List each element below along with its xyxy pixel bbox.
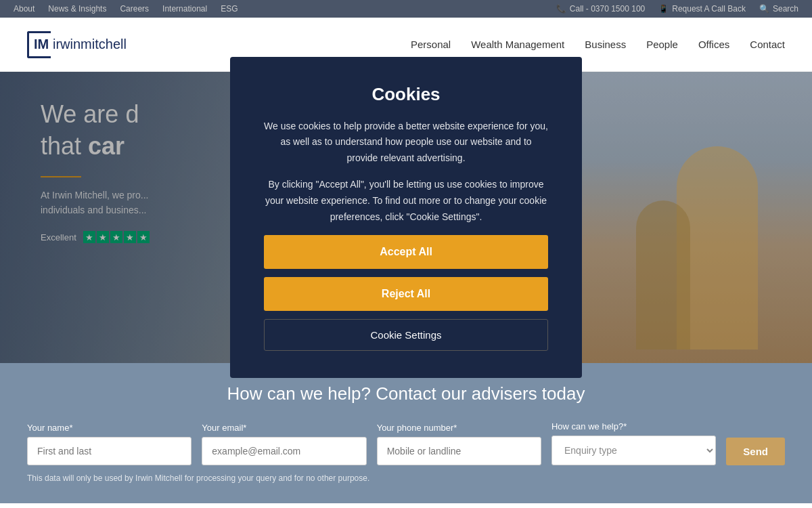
cookie-title: Cookies [264,84,548,105]
modal-overlay: Cookies We use cookies to help provide a… [0,72,812,363]
logo-bracket: IM [27,31,51,58]
search-icon: 🔍 [759,4,769,14]
name-field-group: Your name* [27,423,191,465]
reject-all-button[interactable]: Reject All [264,277,548,311]
enquiry-select[interactable]: Enquiry type [551,436,716,465]
email-label: Your email* [202,423,366,433]
contact-title: How can we help? Contact our advisers to… [27,383,785,404]
international-link[interactable]: International [162,4,207,14]
cookie-settings-button[interactable]: Cookie Settings [264,319,548,351]
contact-section: How can we help? Contact our advisers to… [0,363,812,503]
careers-link[interactable]: Careers [120,4,149,14]
enquiry-field-group: How can we help?* Enquiry type [551,421,716,465]
main-nav: Personal Wealth Management Business Peop… [411,39,785,50]
cookie-desc-1: We use cookies to help provide a better … [264,119,548,167]
search-action[interactable]: 🔍 Search [759,4,798,14]
logo-im: IM [34,37,49,52]
phone-label: Your phone number* [377,423,541,433]
name-input[interactable] [27,437,191,465]
about-link[interactable]: About [14,4,35,14]
news-link[interactable]: News & Insights [48,4,106,14]
cookie-modal: Cookies We use cookies to help provide a… [230,57,582,379]
cookie-desc-2: By clicking "Accept All", you'll be lett… [264,177,548,225]
phone-input[interactable] [377,437,541,465]
esg-link[interactable]: ESG [221,4,238,14]
nav-personal[interactable]: Personal [411,39,451,50]
phone-field-group: Your phone number* [377,423,541,465]
nav-contact[interactable]: Contact [750,39,785,50]
name-label: Your name* [27,423,191,433]
help-label: How can we help?* [551,421,716,431]
phone-callback-icon: 📱 [658,4,669,14]
callback-action[interactable]: 📱 Request A Call Back [658,4,746,14]
callback-link[interactable]: Request A Call Back [672,4,746,14]
email-input[interactable] [202,437,366,465]
phone-icon: 📞 [556,4,566,14]
send-button[interactable]: Send [726,438,785,465]
privacy-text: This data will only be used by Irwin Mit… [27,473,785,483]
nav-offices[interactable]: Offices [698,39,729,50]
search-link[interactable]: Search [773,4,798,14]
nav-people[interactable]: People [646,39,678,50]
nav-business[interactable]: Business [585,39,626,50]
accept-all-button[interactable]: Accept All [264,235,548,269]
logo-name: irwinmitchell [53,37,127,52]
top-bar: About News & Insights Careers Internatio… [0,0,812,18]
hero-section: We are dthat car At Irwin Mitchell, we p… [0,72,812,363]
call-link[interactable]: Call - 0370 1500 100 [570,4,645,14]
nav-wealth[interactable]: Wealth Management [471,39,564,50]
email-field-group: Your email* [202,423,366,465]
contact-form: Your name* Your email* Your phone number… [27,421,785,465]
logo[interactable]: IM irwinmitchell [27,31,127,58]
call-action[interactable]: 📞 Call - 0370 1500 100 [556,4,645,14]
